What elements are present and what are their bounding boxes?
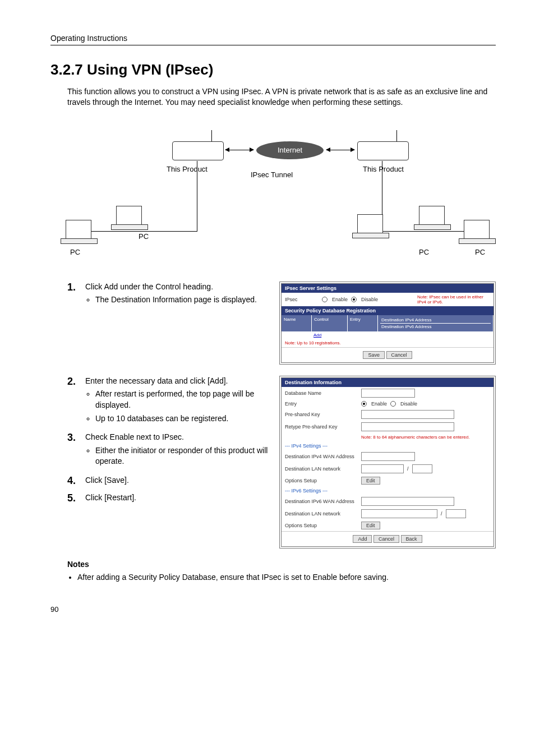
label-pc: PC xyxy=(139,232,149,241)
label-pc: PC xyxy=(475,248,485,256)
label-dest6wan: Destination IPv6 WAN Address xyxy=(285,499,358,504)
label-enable: Enable xyxy=(332,297,348,302)
cancel-button[interactable]: Cancel xyxy=(386,351,412,359)
label-this-product: This Product xyxy=(363,165,404,173)
step-sub: Either the initiator or responder of thi… xyxy=(95,445,269,467)
step-number: 4. xyxy=(67,475,85,487)
label-psk: Pre-shared Key xyxy=(285,412,358,417)
step-item: 2. Enter the necessary data and click [A… xyxy=(67,376,269,426)
link-arrow xyxy=(225,150,253,150)
step-item: 1. Click Add under the Control heading. … xyxy=(67,282,269,308)
dest6-lan-addr-input[interactable] xyxy=(361,509,437,518)
label-dest-lan: Destination LAN network xyxy=(285,466,358,472)
label-dest4wan: Destination IPv4 WAN Address xyxy=(285,454,358,459)
notes-heading: Notes xyxy=(67,560,496,569)
link-arrow xyxy=(326,150,354,150)
label-disable: Disable xyxy=(361,297,378,302)
step-sub: After restart is performed, the top page… xyxy=(95,389,269,411)
ipv4-section-divider: --- IPv4 Settings --- xyxy=(282,441,494,450)
ipv6-section-divider: --- IPv6 Settings --- xyxy=(282,486,494,495)
note-registrations: Note: Up to 10 registrations. xyxy=(285,340,341,345)
network-diagram: Internet This Product This Product IPsec… xyxy=(60,119,486,265)
step-text: Click [Save]. xyxy=(85,476,129,485)
screenshot-destination-information: Destination Information Database Name En… xyxy=(279,376,496,548)
dest4wan-input[interactable] xyxy=(361,452,415,461)
edit-button[interactable]: Edit xyxy=(361,477,380,485)
section-title: 3.2.7 Using VPN (IPsec) xyxy=(50,61,496,79)
pc-icon xyxy=(419,206,445,226)
add-button[interactable]: Add xyxy=(353,535,372,543)
pc-icon xyxy=(66,220,91,240)
step-sub: The Destination Information page is disp… xyxy=(95,294,257,306)
note-item: After adding a Security Policy Database,… xyxy=(77,572,496,583)
note-ipsec-top: Note: IPsec can be used in either IPv4 o… xyxy=(417,294,490,305)
running-header: Operating Instructions xyxy=(50,34,496,45)
db-name-input[interactable] xyxy=(361,389,415,398)
step-number: 3. xyxy=(67,432,85,444)
label-psk-retype: Retype Pre-shared Key xyxy=(285,424,358,430)
radio-enable[interactable] xyxy=(361,401,367,407)
dest-lan-addr-input[interactable] xyxy=(361,464,404,473)
step-text: Click [Restart]. xyxy=(85,493,136,502)
label-pc: PC xyxy=(419,248,429,256)
intro-paragraph: This function allows you to construct a … xyxy=(67,86,496,108)
radio-enable[interactable] xyxy=(322,297,328,302)
step-item: 3. Check Enable next to IPsec. Either th… xyxy=(67,432,269,469)
back-button[interactable]: Back xyxy=(401,535,422,543)
step-item: 5. Click [Restart]. xyxy=(67,492,269,504)
label-enable: Enable xyxy=(371,401,387,407)
psk-input[interactable] xyxy=(361,410,454,419)
pc-icon xyxy=(116,206,142,226)
step-number: 1. xyxy=(67,282,85,293)
dest6-lan-prefix-input[interactable] xyxy=(446,509,466,518)
step-text: Check Enable next to IPsec. xyxy=(85,432,184,441)
spd-table-header: Name Control Entry Destination IPv4 Addr… xyxy=(282,315,494,331)
edit-button[interactable]: Edit xyxy=(361,522,380,529)
router-icon xyxy=(357,141,409,160)
save-button[interactable]: Save xyxy=(363,351,385,359)
internet-oval: Internet xyxy=(256,141,324,159)
pc-icon xyxy=(464,220,490,240)
step-number: 5. xyxy=(67,492,85,504)
label-disable: Disable xyxy=(400,401,417,407)
page-number: 90 xyxy=(50,605,496,614)
step-item: 4. Click [Save]. xyxy=(67,475,269,487)
panel-header: Destination Information xyxy=(282,378,494,387)
label-options-setup: Options Setup xyxy=(285,523,358,528)
step-sub: Up to 10 databases can be registered. xyxy=(95,413,269,425)
label-db-name: Database Name xyxy=(285,390,358,396)
label-this-product: This Product xyxy=(167,165,207,173)
dest6wan-input[interactable] xyxy=(361,497,454,506)
pc-icon xyxy=(357,214,383,234)
step-text: Enter the necessary data and click [Add]… xyxy=(85,376,228,385)
label-entry: Entry xyxy=(285,401,358,407)
label-ipsec-tunnel: IPsec Tunnel xyxy=(251,170,293,179)
label-ipsec: IPsec xyxy=(285,297,319,302)
note-chars: Note: 8 to 64 alphanumeric characters ca… xyxy=(361,435,469,440)
step-number: 2. xyxy=(67,376,85,388)
add-link[interactable]: Add xyxy=(313,333,321,338)
label-pc: PC xyxy=(70,248,80,256)
panel-header: Security Policy Database Registration xyxy=(282,306,494,315)
label-dest-lan: Destination LAN network xyxy=(285,511,358,517)
panel-header: IPsec Server Settings xyxy=(282,284,494,293)
radio-disable[interactable] xyxy=(351,297,357,302)
cancel-button[interactable]: Cancel xyxy=(373,535,399,543)
router-icon xyxy=(172,141,224,160)
radio-disable[interactable] xyxy=(390,401,396,407)
psk-retype-input[interactable] xyxy=(361,422,454,431)
dest-lan-mask-input[interactable] xyxy=(412,464,432,473)
screenshot-ipsec-server-settings: IPsec Server Settings IPsec Enable Disab… xyxy=(279,282,496,365)
step-text: Click Add under the Control heading. xyxy=(85,282,213,291)
label-options-setup: Options Setup xyxy=(285,478,358,483)
